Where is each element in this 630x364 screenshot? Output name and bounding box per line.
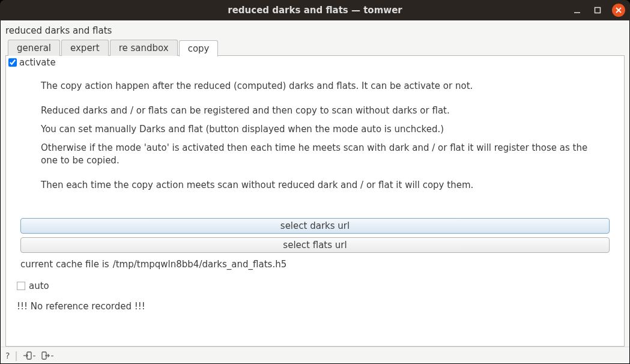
no-reference-text: !!! No reference recorded !!!	[6, 295, 624, 323]
description-block: The copy action happen after the reduced…	[6, 69, 624, 214]
auto-label: auto	[29, 281, 49, 291]
window-controls	[571, 0, 625, 20]
export-button[interactable]: -	[41, 351, 54, 360]
url-buttons: select darks url select flats url	[6, 214, 624, 256]
titlebar: reduced darks and flats — tomwer	[0, 0, 630, 20]
tab-general[interactable]: general	[8, 40, 60, 56]
cache-file-row: current cache file is /tmp/tmpqwln8bb4/d…	[6, 256, 624, 272]
activate-label: activate	[19, 57, 56, 68]
tab-re-sandbox[interactable]: re sandbox	[110, 40, 178, 56]
maximize-button[interactable]	[592, 4, 604, 16]
app-window: reduced darks and flats — tomwer reduced…	[0, 0, 630, 364]
tab-copy[interactable]: copy	[179, 40, 219, 56]
tab-expert[interactable]: expert	[61, 40, 109, 56]
cache-file-path: /tmp/tmpqwln8bb4/darks_and_flats.h5	[113, 259, 287, 270]
export-icon	[41, 351, 50, 360]
desc-paragraph: Otherwise if the mode 'auto' is activate…	[41, 142, 601, 167]
cache-file-label: current cache file is	[20, 259, 109, 270]
window-title: reduced darks and flats — tomwer	[228, 5, 402, 16]
desc-paragraph: Reduced darks and / or flats can be regi…	[41, 105, 601, 117]
bottom-toolbar: ? | - -	[1, 347, 629, 363]
help-button[interactable]: ?	[5, 351, 10, 360]
main-area: reduced darks and flats general expert r…	[1, 20, 629, 347]
auto-checkbox[interactable]	[17, 282, 25, 290]
desc-paragraph: The copy action happen after the reduced…	[41, 80, 601, 93]
close-button[interactable]	[612, 4, 625, 17]
export-suffix: -	[51, 351, 54, 360]
desc-paragraph: You can set manually Darks and flat (but…	[41, 123, 601, 136]
import-suffix: -	[33, 351, 36, 360]
minimize-button[interactable]	[571, 4, 583, 16]
activate-checkbox[interactable]	[8, 58, 17, 67]
help-icon: ?	[5, 351, 10, 360]
auto-row: auto	[6, 272, 624, 295]
activate-row: activate	[6, 56, 624, 69]
desc-paragraph: Then each time the copy action meets sca…	[41, 179, 601, 192]
separator: |	[14, 350, 17, 361]
svg-rect-1	[595, 8, 601, 13]
select-flats-url-button[interactable]: select flats url	[20, 237, 610, 253]
select-darks-url-button[interactable]: select darks url	[20, 218, 610, 234]
page-title: reduced darks and flats	[5, 23, 625, 40]
import-button[interactable]: -	[23, 351, 36, 360]
import-icon	[23, 351, 32, 360]
tab-bar: general expert re sandbox copy	[5, 40, 625, 56]
window-body: reduced darks and flats general expert r…	[0, 20, 630, 364]
tab-panel-copy: activate The copy action happen after th…	[5, 55, 625, 347]
